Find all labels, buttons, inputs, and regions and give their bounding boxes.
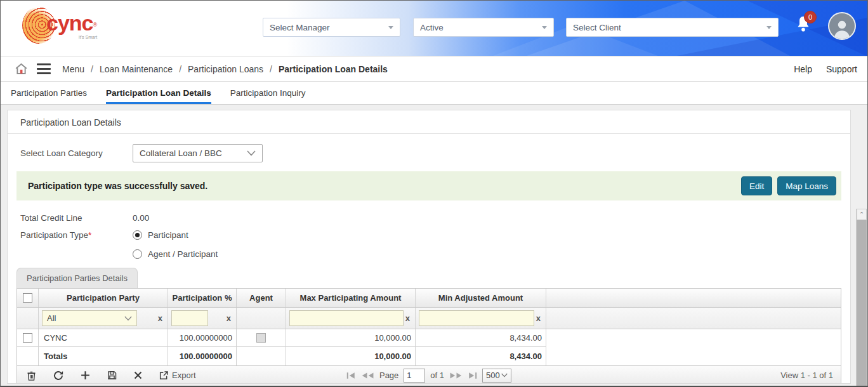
support-link[interactable]: Support [826, 64, 857, 74]
table-filter-row: All x x x [17, 308, 841, 329]
tab-participation-parties[interactable]: Participation Parties [11, 82, 87, 104]
loan-category-value: Collateral Loan / BBC [140, 148, 222, 158]
save-icon[interactable] [107, 370, 117, 381]
row-checkbox[interactable] [23, 333, 32, 343]
radio-selected-icon [133, 230, 142, 240]
page-label: Page [379, 371, 398, 380]
breadcrumb-loan-maintenance[interactable]: Loan Maintenance [100, 64, 173, 74]
agent-checkbox[interactable] [256, 333, 266, 343]
page-size-value: 500 [486, 371, 500, 380]
participation-type-row: Participation Type* Participant Agent / … [16, 230, 841, 259]
breadcrumb-participation-loans[interactable]: Participation Loans [188, 64, 263, 74]
manager-dropdown[interactable]: Select Manager [263, 18, 400, 37]
prev-page-icon[interactable] [362, 372, 374, 379]
clear-filter-button[interactable]: x [156, 313, 164, 323]
col-participation-pct: Participation % [168, 289, 237, 307]
radio-participant-label: Participant [148, 230, 188, 240]
cell-party: CYNC [39, 329, 168, 347]
table-header-row: Participation Party Participation % Agen… [17, 289, 841, 308]
tab-participation-loan-details[interactable]: Participation Loan Details [106, 82, 211, 104]
app-window: cync® It's Smart Select Manager Active S… [0, 0, 868, 387]
max-amount-filter-input[interactable] [289, 310, 404, 326]
delete-icon[interactable] [26, 370, 37, 381]
refresh-icon[interactable] [53, 370, 64, 381]
cync-logo-text: cync® It's Smart [46, 12, 97, 39]
chevron-down-icon [501, 373, 508, 377]
breadcrumb-separator: / [270, 64, 272, 74]
radio-participant[interactable]: Participant [133, 230, 218, 240]
breadcrumb-menu[interactable]: Menu [62, 64, 84, 74]
col-min-adjusted-amount: Min Adjusted Amount [416, 289, 546, 307]
clear-filter-button[interactable]: x [534, 313, 542, 323]
chevron-down-icon [542, 26, 547, 29]
participation-parties-table: Participation Party Participation % Agen… [16, 288, 841, 366]
tab-participation-inquiry[interactable]: Participation Inquiry [230, 82, 306, 104]
add-icon[interactable] [80, 370, 91, 381]
person-icon [831, 17, 853, 39]
participation-type-label: Participation Type* [20, 230, 133, 240]
first-page-icon[interactable] [346, 372, 357, 379]
top-header: cync® It's Smart Select Manager Active S… [1, 1, 867, 56]
chevron-down-icon [247, 150, 256, 156]
home-icon[interactable] [15, 62, 28, 75]
clear-filter-button[interactable]: x [225, 313, 233, 323]
totals-max-amount: 10,000.00 [286, 347, 416, 365]
total-credit-line-value: 0.00 [133, 213, 149, 223]
scroll-up-button[interactable]: ⌃ [857, 209, 867, 220]
clear-filter-button[interactable]: x [404, 313, 412, 323]
scrollbar-thumb[interactable] [857, 220, 867, 387]
logo-word: cync [46, 11, 93, 35]
logo-registered-mark: ® [93, 21, 98, 27]
page-input[interactable] [404, 369, 425, 383]
notification-bell-button[interactable]: 0 [795, 15, 817, 40]
export-label: Export [172, 371, 196, 380]
tab-label: Participation Inquiry [230, 88, 306, 98]
required-asterisk: * [88, 230, 91, 240]
select-all-checkbox[interactable] [23, 293, 32, 303]
table-toolbar: Export [17, 370, 196, 381]
cell-min-amount: 8,434.00 [416, 329, 546, 347]
cancel-icon[interactable] [133, 371, 143, 380]
status-dropdown-value: Active [420, 23, 444, 32]
pct-filter-input[interactable] [171, 310, 208, 326]
chevron-down-icon [388, 26, 393, 29]
tab-label: Participation Loan Details [106, 88, 211, 98]
cync-logo: cync® It's Smart [22, 7, 97, 44]
breadcrumb-bar: Menu / Loan Maintenance / Participation … [1, 56, 867, 82]
total-credit-line-row: Total Credit Line 0.00 [16, 213, 841, 223]
notification-count-badge: 0 [804, 11, 817, 23]
export-icon [159, 371, 169, 381]
totals-label: Totals [39, 347, 168, 365]
logo-tagline: It's Smart [79, 35, 97, 39]
section-tab-bar: Participation Parties Participation Loan… [1, 82, 867, 105]
vertical-scrollbar[interactable]: ⌃ [856, 209, 867, 387]
export-button[interactable]: Export [159, 371, 196, 381]
client-dropdown[interactable]: Select Client [566, 18, 779, 37]
breadcrumb-separator: / [91, 64, 93, 74]
totals-pct: 100.00000000 [168, 347, 237, 365]
page-size-select[interactable]: 500 [482, 369, 511, 383]
last-page-icon[interactable] [467, 372, 477, 379]
radio-agent-participant[interactable]: Agent / Participant [133, 249, 218, 259]
totals-min-amount: 8,434.00 [416, 347, 546, 365]
party-filter-select[interactable]: All [42, 310, 137, 326]
next-page-icon[interactable] [449, 372, 462, 379]
avatar[interactable] [828, 12, 856, 40]
edit-button[interactable]: Edit [741, 176, 772, 195]
hamburger-menu-icon[interactable] [37, 63, 51, 74]
map-loans-button[interactable]: Map Loans [777, 176, 836, 195]
cell-pct: 100.00000000 [168, 329, 237, 347]
help-link[interactable]: Help [794, 64, 812, 74]
breadcrumb-separator: / [179, 64, 181, 74]
col-participation-party: Participation Party [39, 289, 168, 307]
breadcrumb-current-page: Participation Loan Details [279, 64, 388, 74]
table-totals-row: Totals 100.00000000 10,000.00 8,434.00 [17, 347, 841, 365]
min-amount-filter-input[interactable] [419, 310, 534, 326]
loan-category-select[interactable]: Collateral Loan / BBC [133, 144, 263, 162]
table-row: CYNC 100.00000000 10,000.00 8,434.00 [17, 329, 841, 347]
table-footer-bar: Export Page of 1 [16, 366, 841, 384]
success-message: Participation type was successfully save… [28, 181, 736, 191]
manager-dropdown-value: Select Manager [270, 23, 330, 32]
status-dropdown[interactable]: Active [413, 18, 554, 37]
participation-parties-details-tab[interactable]: Participation Parties Details [16, 268, 138, 288]
